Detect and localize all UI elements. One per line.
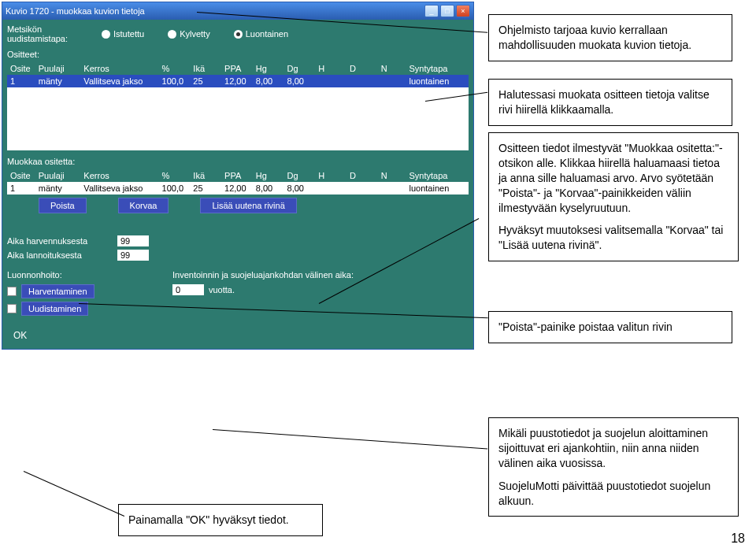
parts-section-label: Ositteet: [7,50,469,59]
col-ppa: PPA [221,169,253,182]
pointer-line [24,471,124,517]
regen-radio-group: Istutettu Kylvetty Luontainen [102,29,288,39]
cell: mänty [35,182,81,194]
annotation-text: Mikäli puustotiedot ja suojelun aloittam… [498,426,728,471]
cell [346,75,378,87]
cell: luontainen [406,75,469,87]
radio-label: Luontainen [246,29,288,39]
edit-button-row: Poista Korvaa Lisää uutena rivinä [7,194,469,217]
annotation-ok: Painamalla "OK" hyväksyt tiedot. [118,504,323,536]
col-d: D [346,62,378,75]
col-kerros: Kerros [80,62,158,75]
thin-time-row: Aika harvennuksesta 99 [7,235,469,246]
interval-unit: vuotta. [209,285,235,295]
titlebar[interactable]: Kuvio 1720 - muokkaa kuvion tietoja _ □ … [2,2,473,20]
checkbox-icon [7,304,17,313]
col-n: N [378,169,406,182]
cell: 25 [190,182,221,194]
thin-time-label: Aika harvennuksesta [7,236,117,246]
cell: 100,0 [159,75,191,87]
col-osite: Osite [7,169,35,182]
cell: Vallitseva jakso [80,75,158,87]
cell: 12,00 [221,75,253,87]
col-n: N [378,62,406,75]
col-dg: Dg [284,169,316,182]
ok-button[interactable]: OK [13,330,27,341]
thin-time-input[interactable]: 99 [117,235,149,246]
parts-table-header: Osite Puulaji Kerros % Ikä PPA Hg Dg H D… [7,62,469,75]
col-ika: Ikä [190,62,221,75]
add-new-row-button[interactable]: Lisää uutena rivinä [200,198,296,213]
col-d: D [346,169,378,182]
interval-label: Inventoinnin ja suojeluajankohdan väline… [172,270,469,280]
edit-table-header: Osite Puulaji Kerros % Ikä PPA Hg Dg H D… [7,169,469,182]
col-osite: Osite [7,62,35,75]
ok-bar: OK [7,327,469,344]
annotation-text: SuojeluMotti päivittää puustotiedot suoj… [498,479,728,509]
cell: 8,00 [284,182,316,194]
cell: 12,00 [221,182,253,194]
cell: Vallitseva jakso [80,182,158,194]
parts-empty-rows[interactable] [7,87,469,150]
regen-row: Metsikön uudistamistapa: Istutettu Kylve… [7,24,469,43]
radio-icon [168,30,176,39]
cell: 8,00 [253,182,284,194]
annotation-text: Ositteen tiedot ilmestyvät "Muokkaa osit… [498,141,728,215]
edit-table-row[interactable]: 1 mänty Vallitseva jakso 100,0 25 12,00 … [7,182,469,194]
delete-button[interactable]: Poista [39,198,87,213]
annotation-edit-row: Ositteen tiedot ilmestyvät "Muokkaa osit… [488,132,739,261]
col-puulaji: Puulaji [35,62,81,75]
fert-time-row: Aika lannoituksesta 99 [7,250,469,261]
annotation-text: Hyväksyt muutoksesi valitsemalla "Korvaa… [498,223,728,253]
cell: 25 [190,75,221,87]
radio-label: Istutettu [113,29,144,39]
col-puulaji: Puulaji [35,169,81,182]
annotation-delete: "Poista"-painike poistaa valitun rivin [488,311,732,343]
cell [346,182,378,194]
regen-option-istutettu[interactable]: Istutettu [102,29,144,39]
cell: 100,0 [159,182,191,194]
col-ppa: PPA [221,62,253,75]
cell [378,182,406,194]
fert-time-input[interactable]: 99 [117,250,149,261]
nature-thin-check[interactable]: Harventaminen [7,284,172,298]
col-hg: Hg [253,169,284,182]
col-ika: Ikä [190,169,221,182]
annotation-interval: Mikäli puustotiedot ja suojelun aloittam… [488,417,739,517]
interval-input[interactable]: 0 [172,284,204,295]
cell: 1 [7,182,35,194]
window-title: Kuvio 1720 - muokkaa kuvion tietoja [6,6,145,16]
nature-thin-label: Harventaminen [21,284,94,298]
annotation-text: "Poista"-painike poistaa valitun rivin [498,320,673,333]
col-h: H [315,169,346,182]
cell: luontainen [406,182,469,194]
annotation-text: Painamalla "OK" hyväksyt tiedot. [128,513,289,526]
window-body: Metsikön uudistamistapa: Istutettu Kylve… [2,20,473,349]
annotation-text: Ohjelmisto tarjoaa kuvio kerrallaan mahd… [498,24,691,51]
regen-option-luontainen[interactable]: Luontainen [234,29,288,39]
minimize-button[interactable]: _ [424,5,439,17]
cell: 8,00 [284,75,316,87]
cell: 8,00 [253,75,284,87]
col-syntytapa: Syntytapa [406,62,469,75]
col-hg: Hg [253,62,284,75]
replace-button[interactable]: Korvaa [118,198,169,213]
radio-icon [102,30,110,39]
col-syntytapa: Syntytapa [406,169,469,182]
nature-label: Luonnonhoito: [7,270,172,280]
annotation-text: Halutessasi muokata ositteen tietoja val… [498,88,710,116]
parts-table-row[interactable]: 1 mänty Vallitseva jakso 100,0 25 12,00 … [7,75,469,87]
annotation-select-row: Halutessasi muokata ositteen tietoja val… [488,79,732,126]
cell: mänty [35,75,81,87]
regen-option-kylvetty[interactable]: Kylvetty [168,29,210,39]
col-dg: Dg [284,62,316,75]
page-number: 18 [731,532,745,546]
cell [315,182,346,194]
maximize-button[interactable]: □ [440,5,454,17]
checkbox-icon [7,287,17,296]
dialog-window: Kuvio 1720 - muokkaa kuvion tietoja _ □ … [2,2,474,350]
cell [315,75,346,87]
cell: 1 [7,75,35,87]
radio-icon [234,30,243,39]
close-button[interactable]: × [456,5,470,17]
